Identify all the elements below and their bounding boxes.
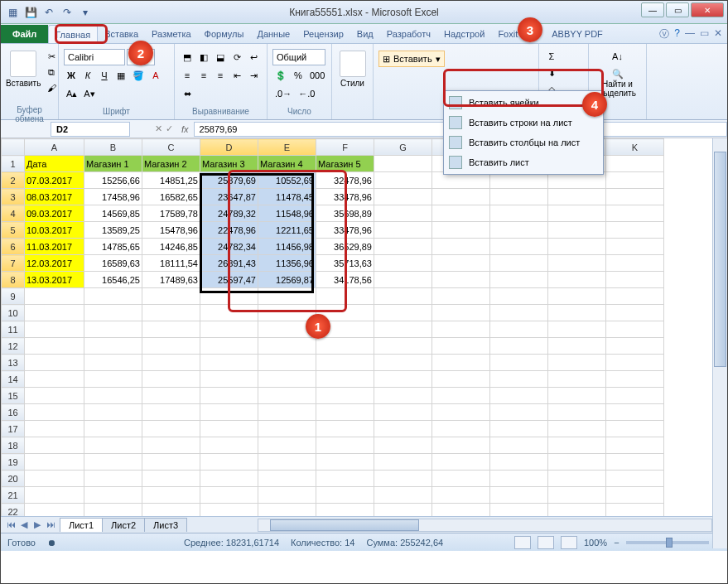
cell-I5[interactable] — [490, 222, 548, 239]
font-color-button[interactable]: A — [148, 68, 163, 83]
cell-B14[interactable] — [84, 371, 142, 388]
cell-B8[interactable]: 16546,25 — [84, 272, 142, 288]
cell-G20[interactable] — [374, 471, 432, 487]
scrollbar-thumb[interactable] — [270, 519, 419, 531]
cell-J4[interactable] — [548, 205, 606, 222]
normal-view-button[interactable] — [514, 536, 531, 549]
row-header-13[interactable]: 13 — [2, 355, 25, 371]
col-header-G[interactable]: G — [374, 139, 432, 156]
cell-C5[interactable]: 15478,96 — [142, 222, 200, 239]
cell-J18[interactable] — [548, 437, 606, 454]
font-name-combo[interactable]: Calibri — [64, 49, 125, 65]
enter-formula-icon[interactable]: ✓ — [166, 123, 173, 134]
cell-K7[interactable] — [606, 255, 664, 272]
cell-G12[interactable] — [374, 338, 432, 355]
italic-button[interactable]: К — [80, 68, 95, 83]
cell-K14[interactable] — [606, 371, 664, 388]
cell-H6[interactable] — [432, 239, 490, 255]
cell-J12[interactable] — [548, 338, 606, 355]
cell-F19[interactable] — [316, 454, 374, 471]
cell-B22[interactable] — [84, 504, 142, 517]
cell-A13[interactable] — [25, 355, 84, 371]
last-sheet-icon[interactable]: ⏭ — [44, 519, 57, 530]
prev-sheet-icon[interactable]: ◀ — [17, 519, 31, 530]
cell-D8[interactable]: 25597,47 — [200, 272, 258, 288]
cell-K13[interactable] — [606, 355, 664, 371]
tab-рецензир[interactable]: Рецензир — [297, 25, 350, 43]
cell-K12[interactable] — [606, 338, 664, 355]
cell-B17[interactable] — [84, 421, 142, 437]
cell-H13[interactable] — [432, 355, 490, 371]
cell-C7[interactable]: 18111,54 — [142, 255, 200, 272]
cell-E4[interactable]: 11548,96 — [258, 205, 316, 222]
tab-foxit pdf[interactable]: Foxit PDF — [491, 25, 545, 43]
cell-I12[interactable] — [490, 338, 548, 355]
cell-A20[interactable] — [25, 471, 84, 487]
cell-F16[interactable] — [316, 404, 374, 421]
cell-D3[interactable]: 23647,87 — [200, 189, 258, 205]
cell-F3[interactable]: 33478,96 — [316, 189, 374, 205]
maximize-button[interactable]: ▭ — [666, 2, 689, 17]
cell-A7[interactable]: 12.03.2017 — [25, 255, 84, 272]
cell-H19[interactable] — [432, 454, 490, 471]
cell-B1[interactable]: Магазин 1 — [84, 156, 142, 172]
cell-G19[interactable] — [374, 454, 432, 471]
cell-H20[interactable] — [432, 471, 490, 487]
cell-A5[interactable]: 10.03.2017 — [25, 222, 84, 239]
fx-icon[interactable]: fx — [181, 124, 189, 134]
cell-G21[interactable] — [374, 487, 432, 504]
align-left-icon[interactable]: ≡ — [180, 68, 195, 83]
shrink-font-icon[interactable]: A▾ — [81, 86, 97, 101]
row-header-7[interactable]: 7 — [2, 255, 25, 272]
tab-вставка[interactable]: Вставка — [98, 25, 145, 43]
cell-H7[interactable] — [432, 255, 490, 272]
cell-A14[interactable] — [25, 371, 84, 388]
orientation-icon[interactable]: ⟳ — [229, 50, 244, 65]
cell-G3[interactable] — [374, 189, 432, 205]
cell-C22[interactable] — [142, 504, 200, 517]
cell-D18[interactable] — [200, 437, 258, 454]
insert-sheet-item[interactable]: Вставить лист — [446, 152, 601, 172]
cell-G15[interactable] — [374, 388, 432, 404]
cell-C13[interactable] — [142, 355, 200, 371]
cell-C2[interactable]: 14851,25 — [142, 172, 200, 189]
autosum-icon[interactable]: Σ — [544, 49, 559, 64]
cell-I22[interactable] — [490, 504, 548, 517]
cell-A22[interactable] — [25, 504, 84, 517]
cell-A6[interactable]: 11.03.2017 — [25, 239, 84, 255]
cell-E19[interactable] — [258, 454, 316, 471]
cell-K20[interactable] — [606, 471, 664, 487]
cell-G2[interactable] — [374, 172, 432, 189]
cell-B11[interactable] — [84, 321, 142, 338]
cell-D2[interactable]: 25879,69 — [200, 172, 258, 189]
cell-F22[interactable] — [316, 504, 374, 517]
cell-F7[interactable]: 35713,63 — [316, 255, 374, 272]
cell-K16[interactable] — [606, 404, 664, 421]
cell-A10[interactable] — [25, 305, 84, 321]
cell-F4[interactable]: 35698,89 — [316, 205, 374, 222]
cell-G8[interactable] — [374, 272, 432, 288]
cell-A17[interactable] — [25, 421, 84, 437]
cell-F6[interactable]: 36529,89 — [316, 239, 374, 255]
cell-E11[interactable] — [258, 321, 316, 338]
cell-K3[interactable] — [606, 189, 664, 205]
cell-J10[interactable] — [548, 305, 606, 321]
doc-restore-icon[interactable]: ▭ — [700, 27, 709, 41]
cell-D5[interactable]: 22478,96 — [200, 222, 258, 239]
page-break-view-button[interactable] — [561, 536, 577, 549]
help-icon[interactable]: ? — [674, 27, 680, 41]
cell-J17[interactable] — [548, 421, 606, 437]
cell-H21[interactable] — [432, 487, 490, 504]
sheet-tab-Лист2[interactable]: Лист2 — [102, 518, 145, 532]
tab-разметка[interactable]: Разметка — [145, 25, 198, 43]
cell-A2[interactable]: 07.03.2017 — [25, 172, 84, 189]
cut-icon[interactable]: ✂ — [44, 49, 59, 64]
cell-J6[interactable] — [548, 239, 606, 255]
tab-формулы[interactable]: Формулы — [198, 25, 251, 43]
paste-button[interactable]: Вставить — [6, 49, 41, 104]
tab-abbyy pdf[interactable]: ABBYY PDF — [545, 25, 610, 43]
row-header-16[interactable]: 16 — [2, 404, 25, 421]
cell-D14[interactable] — [200, 371, 258, 388]
cell-E14[interactable] — [258, 371, 316, 388]
cell-I15[interactable] — [490, 388, 548, 404]
